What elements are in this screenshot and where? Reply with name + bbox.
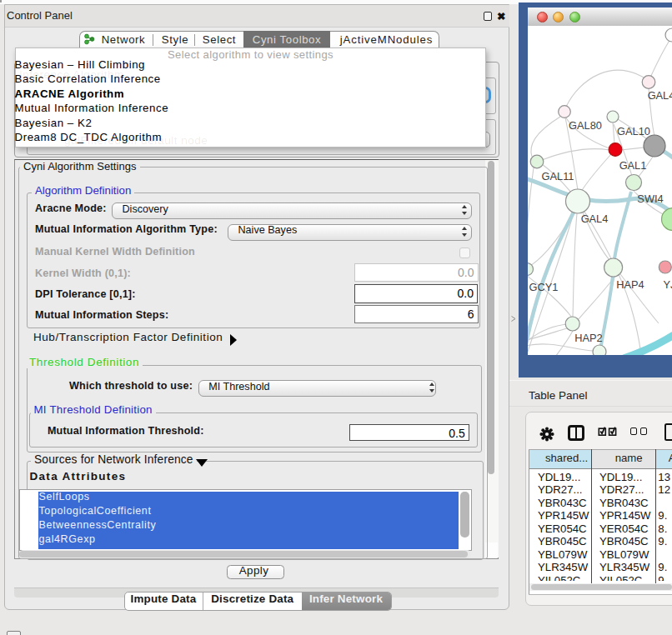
svg-text:GAL1: GAL1 <box>619 159 647 172</box>
svg-text:HAP4: HAP4 <box>616 278 644 291</box>
svg-text:GCY1: GCY1 <box>529 281 559 293</box>
svg-text:GAL11: GAL11 <box>542 170 574 182</box>
svg-text:YJ: YJ <box>664 278 672 291</box>
svg-text:GAL10: GAL10 <box>617 125 650 138</box>
svg-text:GAL80: GAL80 <box>569 119 602 132</box>
svg-text:GAL4: GAL4 <box>581 212 609 225</box>
svg-text:GAL4: GAL4 <box>648 89 672 102</box>
svg-text:HAP2: HAP2 <box>574 332 602 344</box>
svg-text:SWI4: SWI4 <box>637 192 663 205</box>
